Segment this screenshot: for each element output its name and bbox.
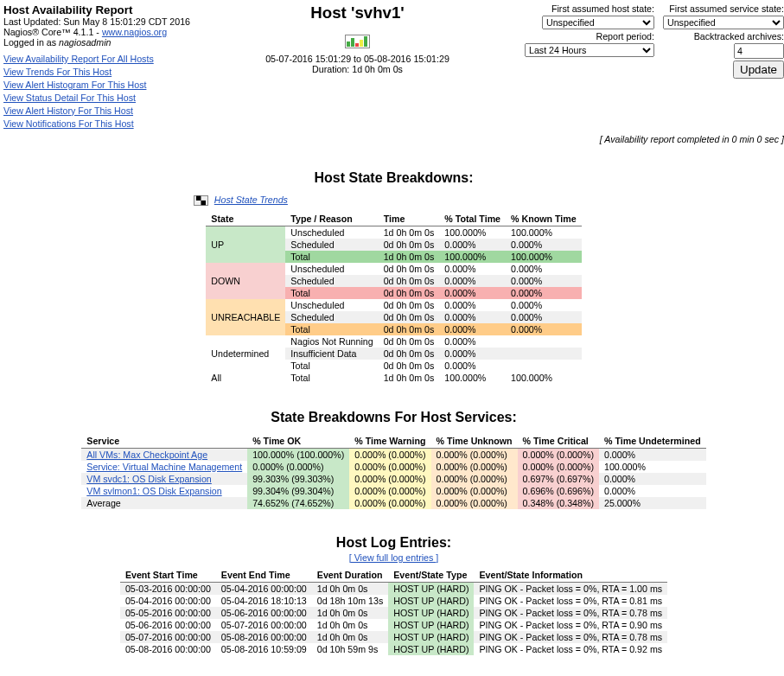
cell: 05-03-2016 00:00:00 xyxy=(120,582,216,595)
cell: 0.000% xyxy=(506,323,582,335)
center-panel: Host 'svhv1' 05-07-2016 15:01:29 to 05-0… xyxy=(190,3,525,74)
cell: 05-07-2016 00:00:00 xyxy=(120,631,216,643)
product-link[interactable]: www.nagios.org xyxy=(102,27,167,37)
cell: 05-06-2016 00:00:00 xyxy=(120,619,216,631)
col-header: Time xyxy=(379,212,440,226)
service-link[interactable]: All VMs: Max Checkpoint Age xyxy=(86,450,207,460)
col-header: Type / Reason xyxy=(285,212,378,226)
table-row: 05-06-2016 00:00:0005-07-2016 00:00:001d… xyxy=(120,619,667,631)
col-header: Event Start Time xyxy=(120,568,216,583)
cell: 05-06-2016 00:00:00 xyxy=(216,607,312,619)
cell: Total xyxy=(285,360,378,372)
cell: Unscheduled xyxy=(285,263,378,275)
cell: Scheduled xyxy=(285,239,378,251)
cell: Unscheduled xyxy=(285,226,378,239)
cell: 25.000% xyxy=(599,497,706,509)
table-row: Average74.652% (74.652%)0.000% (0.000%)0… xyxy=(81,497,705,509)
cell: 0.000% xyxy=(506,263,582,275)
cell: PING OK - Packet loss = 0%, RTA = 1.00 m… xyxy=(474,582,667,595)
cell: Nagios Not Running xyxy=(285,335,378,348)
cell: 0.000% xyxy=(439,360,506,372)
nav-link[interactable]: View Notifications For This Host xyxy=(3,118,134,129)
state-breakdown-table: StateType / ReasonTime% Total Time% Know… xyxy=(206,212,581,384)
cell: 0d 0h 0m 0s xyxy=(379,299,440,311)
cell xyxy=(506,360,582,372)
cell: 05-07-2016 00:00:00 xyxy=(216,619,312,631)
cell: 0.000% (0.000%) xyxy=(431,497,518,509)
col-header: % Time OK xyxy=(247,434,349,449)
select-report-period[interactable]: Last 24 Hours xyxy=(525,43,654,57)
cell: 1d 0h 0m 0s xyxy=(312,607,388,619)
cell: PING OK - Packet loss = 0%, RTA = 0.78 m… xyxy=(474,631,667,643)
cell: PING OK - Packet loss = 0%, RTA = 0.90 m… xyxy=(474,619,667,631)
cell: 05-04-2016 18:10:13 xyxy=(216,595,312,607)
cell: 74.652% (74.652%) xyxy=(247,497,349,509)
nav-link[interactable]: View Trends For This Host xyxy=(3,67,112,77)
host-state-trends-link[interactable]: Host State Trends xyxy=(214,195,288,205)
cell: 0.000% xyxy=(439,335,506,348)
cell: Insufficient Data xyxy=(285,348,378,360)
cell: 0.000% (0.000%) xyxy=(431,448,518,461)
log-entries-table: Event Start TimeEvent End TimeEvent Dura… xyxy=(120,568,667,655)
cell: 0.000% xyxy=(439,275,506,287)
view-full-log-link[interactable]: [ View full log entries ] xyxy=(349,552,438,563)
cell: 100.000% xyxy=(439,226,506,239)
service-link[interactable]: VM svdc1: OS Disk Expansion xyxy=(86,474,212,484)
cell: 0d 0h 0m 0s xyxy=(379,335,440,348)
cell: 0.000% (0.000%) xyxy=(431,485,518,497)
table-row: All VMs: Max Checkpoint Age100.000% (100… xyxy=(81,448,705,461)
table-row: UPUnscheduled1d 0h 0m 0s100.000%100.000% xyxy=(206,226,581,239)
cell: 0.348% (0.348%) xyxy=(518,497,599,509)
cell: 05-08-2016 10:59:09 xyxy=(216,643,312,655)
col-header: Event Duration xyxy=(312,568,388,583)
service-link[interactable]: Service: Virtual Machine Management xyxy=(86,462,242,472)
cell: 0.000% (0.000%) xyxy=(349,485,430,497)
col-header: % Time Critical xyxy=(518,434,599,449)
select-svc-state[interactable]: Unspecified xyxy=(663,16,784,29)
completion-note: [ Availability report completed in 0 min… xyxy=(3,134,784,144)
trend-mini-chart-icon[interactable] xyxy=(190,35,525,52)
cell: 0.000% (0.000%) xyxy=(349,448,430,461)
cell: Unscheduled xyxy=(285,299,378,311)
nav-link[interactable]: View Availability Report For All Hosts xyxy=(3,54,154,64)
nav-link[interactable]: View Alert History For This Host xyxy=(3,105,133,116)
cell: HOST UP (HARD) xyxy=(388,582,474,595)
cell: 0.000% xyxy=(506,299,582,311)
last-updated: Last Updated: Sun May 8 15:01:29 CDT 201… xyxy=(3,16,190,27)
cell: 1d 0h 0m 0s xyxy=(379,226,440,239)
state-name-cell: DOWN xyxy=(206,263,285,299)
col-header: Service xyxy=(81,434,247,449)
cell: Total xyxy=(285,323,378,335)
trends-link-wrap: ▀▄ Host State Trends xyxy=(194,195,784,207)
svc-breakdown-table: Service% Time OK% Time Warning% Time Unk… xyxy=(81,434,705,509)
table-row: 05-08-2016 00:00:0005-08-2016 10:59:090d… xyxy=(120,643,667,655)
service-link[interactable]: VM svlmon1: OS Disk Expansion xyxy=(86,486,221,496)
service-name-cell: VM svdc1: OS Disk Expansion xyxy=(81,473,247,485)
select-host-state[interactable]: Unspecified xyxy=(542,16,654,29)
cell: 1d 0h 0m 0s xyxy=(312,619,388,631)
section-title-log: Host Log Entries: xyxy=(3,535,784,551)
cell: 0d 18h 10m 13s xyxy=(312,595,388,607)
cell: 0.000% (0.000%) xyxy=(518,448,599,461)
table-row: VM svlmon1: OS Disk Expansion99.304% (99… xyxy=(81,485,705,497)
nav-link[interactable]: View Alert Histogram For This Host xyxy=(3,80,146,90)
info-panel: Host Availability Report Last Updated: S… xyxy=(3,3,190,131)
cell: 0.000% (0.000%) xyxy=(247,461,349,473)
cell: 1d 0h 0m 0s xyxy=(312,631,388,643)
cell: 0.000% xyxy=(506,311,582,323)
cell: PING OK - Packet loss = 0%, RTA = 0.92 m… xyxy=(474,643,667,655)
nav-link[interactable]: View Status Detail For This Host xyxy=(3,92,136,103)
input-backtracked[interactable] xyxy=(734,43,784,59)
cell: 1d 0h 0m 0s xyxy=(379,372,440,384)
state-name-cell: Undetermined xyxy=(206,335,285,372)
cell: PING OK - Packet loss = 0%, RTA = 0.78 m… xyxy=(474,607,667,619)
cell: HOST UP (HARD) xyxy=(388,607,474,619)
label-host-state: First assumed host state: xyxy=(525,3,654,14)
cell: 05-04-2016 00:00:00 xyxy=(120,595,216,607)
cell xyxy=(506,348,582,360)
cell: Total xyxy=(285,251,378,263)
cell: Scheduled xyxy=(285,275,378,287)
update-button[interactable]: Update xyxy=(733,61,784,79)
col-header: Event/State Information xyxy=(474,568,667,583)
page-title: Host 'svhv1' xyxy=(190,3,525,22)
